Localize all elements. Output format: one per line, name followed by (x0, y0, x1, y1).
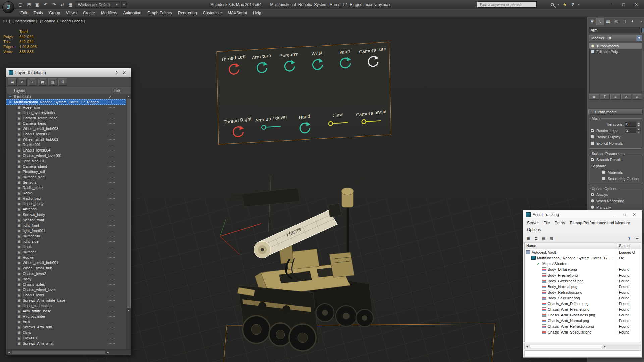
horizontal-scrollbar[interactable]: ◀ ▶ (524, 344, 641, 349)
scroll-right-icon[interactable]: ▶ (106, 350, 110, 354)
help-icon[interactable]: ? (112, 70, 120, 75)
layer-row[interactable]: Camera_head ----- (6, 121, 126, 126)
layer-row[interactable]: Screws_body ----- (6, 212, 126, 217)
layer-row[interactable]: Camera_rotate_base ----- (6, 115, 126, 121)
layer-row[interactable]: Chasis_lever ----- (6, 292, 126, 298)
iterations-value[interactable]: 0 (625, 122, 636, 127)
remove-modifier-icon[interactable]: ✕ (621, 94, 631, 100)
layer-row[interactable]: Body ----- (6, 276, 126, 282)
layer-flags[interactable]: ----- (109, 106, 126, 109)
menu-item[interactable]: Help (250, 9, 264, 17)
menu-item[interactable]: Modifiers (98, 9, 120, 17)
maximize-button[interactable]: □ (619, 212, 629, 217)
layer-flags[interactable]: ----- (109, 266, 126, 270)
new-scene-icon[interactable]: ▢ (17, 1, 24, 8)
layer-row[interactable]: Hose_arm ----- (6, 105, 126, 110)
render-iters-checkbox[interactable] (591, 129, 594, 132)
layer-flags[interactable]: ----- (109, 143, 126, 146)
asset-row[interactable]: Chasis_Arm_Glossiness.png Found (525, 312, 641, 318)
board-control[interactable]: Camera angle (357, 110, 386, 126)
asset-row[interactable]: Body_Fresnel.png Found (525, 272, 641, 278)
robot-model[interactable]: Harris (229, 175, 390, 362)
layer-row[interactable]: Radio ----- (6, 190, 126, 196)
layer-flags[interactable]: ----- (109, 256, 126, 259)
menu-item[interactable]: Views (63, 9, 80, 17)
layer-flags[interactable]: ----- (109, 283, 126, 286)
update-option[interactable]: Manually (591, 204, 640, 210)
close-button[interactable]: ✕ (629, 212, 639, 217)
render-iters-spinner[interactable]: 2 (625, 128, 640, 133)
layer-flags[interactable]: ----- (109, 175, 126, 179)
layer-row[interactable]: Hydrocylinder ----- (6, 314, 126, 319)
update-option[interactable]: When Rendering (591, 198, 640, 204)
chevron-down-icon[interactable]: ▾ (577, 3, 580, 6)
smoothing-groups-checkbox[interactable] (602, 177, 606, 180)
list-view-icon[interactable]: ≣ (533, 235, 539, 241)
layers-column-header[interactable]: Layers (6, 88, 112, 93)
scroll-right-icon[interactable]: ▶ (603, 344, 607, 349)
menu-item[interactable]: Customize (200, 9, 225, 17)
layer-row[interactable]: Chasis_axles ----- (6, 282, 126, 287)
asset-row[interactable]: Body_Specular.png Found (525, 295, 641, 301)
layer-row[interactable]: Wheel_small_hub002 ----- (6, 137, 126, 142)
hierarchy-tab-icon[interactable]: ▦ (604, 18, 612, 25)
menu-item[interactable]: MAXScript (225, 9, 250, 17)
spinner-arrows-icon[interactable] (637, 128, 640, 133)
layer-row[interactable]: Arm ----- (6, 319, 126, 324)
layer-flags[interactable]: ----- (109, 170, 126, 173)
update-option[interactable]: Always (591, 191, 640, 198)
layer-flags[interactable]: ----- (109, 154, 126, 157)
layer-row[interactable]: light_side ----- (6, 239, 126, 244)
layer-row[interactable]: Radio_bag ----- (6, 196, 126, 201)
hide-column-header[interactable]: Hide (112, 88, 131, 93)
layer-flags[interactable]: ----- (109, 299, 126, 302)
board-control[interactable]: Thread Left (220, 55, 248, 78)
layer-row[interactable]: Sensors ----- (6, 180, 126, 185)
board-control[interactable]: Wrist (303, 50, 331, 73)
asset-row[interactable]: Body_Refraction.png Found (525, 289, 641, 295)
add-to-layer-icon[interactable]: + (28, 78, 37, 86)
layer-row[interactable]: Bumper001 ----- (6, 233, 126, 239)
layer-flags[interactable]: ----- (109, 229, 126, 232)
scroll-left-icon[interactable]: ◀ (7, 350, 11, 354)
layer-flags[interactable]: ----- (109, 325, 126, 329)
asset-row[interactable]: Chasis_Arm_Specular.png Found (525, 329, 641, 335)
layer-row[interactable]: Hook ----- (6, 244, 126, 249)
selection-set-icon[interactable]: ▦ (67, 1, 74, 8)
layer-row[interactable]: light_front001 ----- (6, 228, 126, 233)
layer-flags[interactable]: ----- (109, 159, 126, 163)
layer-flags[interactable]: ----- (109, 197, 126, 200)
scroll-up-icon[interactable]: ▲ (126, 94, 131, 98)
asset-tracking-titlebar[interactable]: Asset Tracking – □ ✕ (523, 210, 642, 219)
layer-row[interactable]: 0 (default) ✓ (6, 94, 126, 99)
board-control[interactable]: Arm up / down (257, 115, 286, 131)
help-icon[interactable]: ? (626, 235, 633, 241)
utilities-tab-icon[interactable]: ✦ (628, 18, 636, 25)
modify-tab-icon[interactable]: ∿ (596, 18, 604, 25)
layer-row[interactable]: Wheel_small_hub003 ----- (6, 126, 126, 131)
asset-row[interactable]: Chasis_Arm_Diffuse.png Found (525, 301, 641, 306)
layer-row[interactable]: Radio_plate ----- (6, 185, 126, 190)
viewport-general-menu[interactable]: [ + ] (3, 19, 10, 23)
layer-flags[interactable]: ----- (109, 288, 126, 291)
layer-row[interactable]: Wheel_small_hub001 ----- (6, 260, 126, 265)
layer-flags[interactable]: ----- (109, 213, 126, 216)
new-layer-icon[interactable]: ≣ (8, 78, 17, 86)
vertical-scrollbar[interactable]: ▲ ▼ (126, 94, 131, 349)
layer-row[interactable]: Hose_hydrocylinder ----- (6, 110, 126, 115)
asset-row[interactable]: Chasis_Arm_Refraction.png Found (525, 323, 641, 329)
board-control[interactable]: Camera turn (359, 47, 387, 70)
materials-checkbox[interactable] (602, 170, 606, 174)
smooth-result-checkbox[interactable] (591, 158, 594, 161)
close-icon[interactable]: ✕ (120, 70, 128, 75)
layer-flags[interactable]: ----- (109, 234, 126, 238)
layer-row[interactable]: Hose_connectors ----- (6, 303, 126, 308)
menu-item[interactable]: Group (46, 9, 63, 17)
modifier-stack-item[interactable]: TurboSmooth (589, 43, 642, 49)
layer-row[interactable]: Chasis_wheel_lever ----- (6, 287, 126, 292)
object-color-swatch[interactable] (641, 28, 644, 33)
layer-row[interactable]: light_side001 ----- (6, 158, 126, 164)
maximize-button[interactable]: □ (617, 1, 630, 8)
favorites-star-icon[interactable]: ★ (561, 1, 568, 8)
layer-flags[interactable]: ----- (109, 218, 126, 222)
